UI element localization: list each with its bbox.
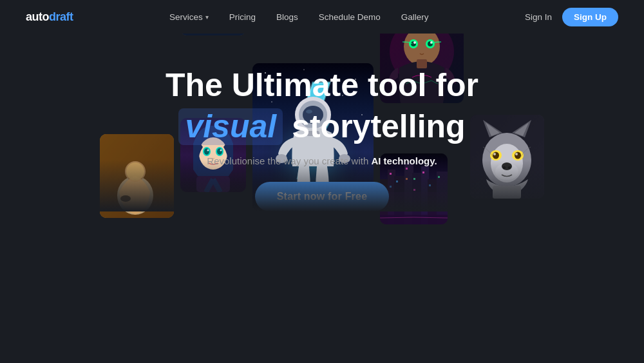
hero-title-line1: The Ultimate tool for [166, 67, 478, 104]
cta-button[interactable]: Start now for Free [255, 182, 390, 211]
hero-subtitle: Revolutionise the way you create with AI… [166, 155, 478, 166]
sign-in-link[interactable]: Sign In [525, 12, 552, 22]
sign-up-button[interactable]: Sign Up [562, 8, 618, 26]
subtitle-bold-text: AI technology. [371, 155, 437, 166]
nav-right: Sign In Sign Up [525, 8, 618, 26]
services-chevron-icon: ▾ [205, 14, 209, 21]
svg-point-83 [493, 153, 496, 155]
visual-word: visual [178, 108, 283, 146]
svg-point-82 [515, 152, 521, 159]
logo-draft-text: draft [49, 10, 73, 24]
svg-point-77 [503, 166, 506, 169]
gallery-label: Gallery [401, 12, 429, 22]
subtitle-before-text: Revolutionise the way you create with [207, 155, 371, 166]
services-label: Services [169, 12, 203, 22]
svg-rect-70 [380, 215, 448, 224]
pricing-label: Pricing [229, 12, 256, 22]
gallery-card-old-man [100, 134, 174, 218]
svg-point-84 [515, 153, 518, 155]
nav-services-link[interactable]: Services ▾ [169, 12, 209, 22]
svg-point-47 [413, 41, 416, 44]
storytelling-word: storytelling [292, 108, 465, 146]
navbar: auto draft Services ▾ Pricing Blogs Sche… [0, 0, 644, 34]
svg-point-81 [493, 152, 499, 159]
nav-blogs-link[interactable]: Blogs [276, 12, 298, 22]
hero-title-line2: visual storytelling [166, 108, 478, 146]
blogs-label: Blogs [276, 12, 298, 22]
hero-content: The Ultimate tool for visual storytellin… [166, 67, 478, 211]
logo-auto-text: auto [26, 10, 49, 24]
nav-pricing-link[interactable]: Pricing [229, 12, 256, 22]
hero-section: The Ultimate tool for visual storytellin… [0, 34, 644, 211]
svg-point-7 [120, 195, 131, 202]
svg-rect-85 [493, 186, 521, 199]
nav-links: Services ▾ Pricing Blogs Schedule Demo G… [169, 11, 429, 23]
logo[interactable]: auto draft [26, 10, 73, 24]
gallery-card-wolf [470, 115, 544, 199]
schedule-demo-label: Schedule Demo [319, 12, 381, 22]
svg-point-78 [508, 166, 511, 169]
nav-gallery-link[interactable]: Gallery [401, 12, 429, 22]
nav-schedule-demo-link[interactable]: Schedule Demo [319, 12, 381, 22]
svg-point-76 [502, 162, 512, 170]
svg-point-6 [126, 162, 144, 181]
